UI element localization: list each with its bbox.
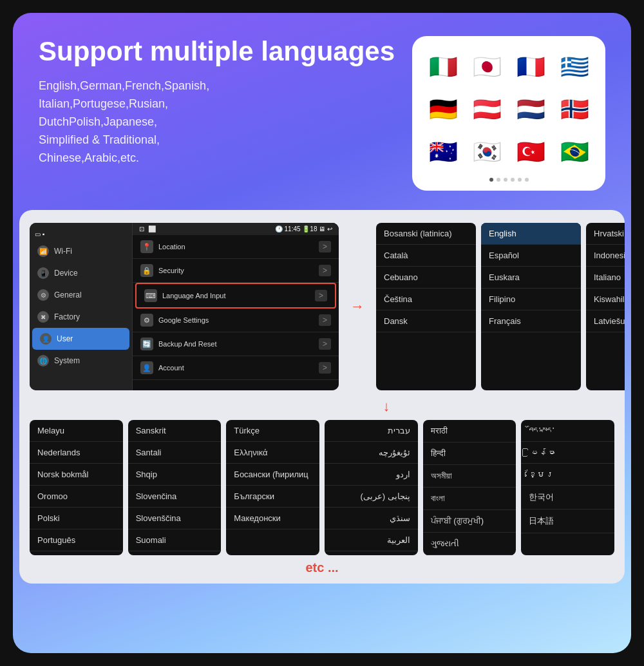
lang-myanmar[interactable]: မြန်မာ	[521, 442, 614, 464]
sidebar-factory-label: Factory	[54, 312, 80, 321]
lang-italiano[interactable]: Italiano	[586, 267, 625, 289]
lang-hindi[interactable]: हिन्दी	[423, 442, 516, 465]
lang-arabic[interactable]: العربية	[325, 529, 418, 551]
lang-nederlands[interactable]: Nederlands	[30, 442, 123, 464]
settings-main: ⊡ ⬜ 🕐 11:45 🔋18 🖥 ↩ 📍 Location > 🔒	[133, 223, 339, 390]
lang-espanol[interactable]: Español	[481, 245, 581, 267]
sidebar-item-device[interactable]: 📱 Device	[30, 262, 132, 284]
user-icon: 👤	[40, 333, 52, 345]
lang-norsk[interactable]: Norsk bokmål	[30, 464, 123, 486]
lang-urdu[interactable]: اردو	[325, 464, 418, 486]
settings-status-bar: ⊡ ⬜ 🕐 11:45 🔋18 🖥 ↩	[133, 223, 339, 235]
sidebar-item-wifi[interactable]: 📶 Wi-Fi	[30, 240, 132, 262]
google-label: ⚙ Google Settings	[140, 314, 209, 327]
google-icon: ⚙	[140, 314, 153, 327]
lang-suomali[interactable]: Suomali	[128, 529, 222, 551]
lang-khmer[interactable]: ខ្មែរ	[521, 464, 614, 486]
sidebar-device-label: Device	[54, 269, 78, 278]
lang-indonesia[interactable]: Indonesia	[586, 245, 625, 267]
lang-bosanski[interactable]: Bosanski (latinica)	[376, 223, 476, 245]
settings-item-security[interactable]: 🔒 Security >	[133, 259, 339, 283]
lang-santali[interactable]: Santali	[128, 442, 222, 464]
pagination-dots	[489, 178, 529, 182]
sidebar-item-system[interactable]: 🌐 System	[30, 350, 132, 372]
settings-item-account[interactable]: 👤 Account >	[133, 356, 339, 380]
factory-icon: ✖	[37, 311, 49, 323]
device-icon: 📱	[37, 267, 49, 279]
lang-slovencina2[interactable]: Slovenščina	[128, 508, 222, 529]
lang-col-bosanski: Bosanski (latinica) Català Cebuano Češti…	[376, 223, 476, 390]
lang-marathi[interactable]: मराठी	[423, 420, 516, 442]
lang-col-hebrew: עברית ئۇيغۇرچە اردو پنجابی (عربی) سنڌي ا…	[325, 420, 418, 555]
location-chevron: >	[319, 241, 331, 252]
gear-icon: ⚙	[37, 289, 49, 301]
lang-slovencina[interactable]: Slovenčina	[128, 486, 222, 508]
sidebar-item-user[interactable]: 👤 User	[32, 328, 129, 350]
lang-filipino[interactable]: Filipino	[481, 289, 581, 310]
lang-polski[interactable]: Polski	[30, 508, 123, 529]
dot-4	[511, 178, 515, 182]
lang-bosanski-cyr[interactable]: Босански (ћирилиц	[226, 464, 319, 486]
backup-text: Backup And Reset	[158, 340, 217, 348]
settings-item-location[interactable]: 📍 Location >	[133, 235, 339, 259]
lang-latviesu[interactable]: Latviešu	[586, 310, 625, 332]
sidebar-wifi-label: Wi-Fi	[54, 247, 72, 256]
bottom-section: ▭ ▪ 📶 Wi-Fi 📱 Device ⚙ General	[19, 210, 625, 584]
settings-row: ▭ ▪ 📶 Wi-Fi 📱 Device ⚙ General	[30, 223, 614, 390]
account-icon: 👤	[140, 361, 153, 374]
settings-item-language[interactable]: ⌨ Language And Input >	[135, 283, 336, 309]
lang-tibetan[interactable]: བོད་སྐད་	[521, 420, 614, 442]
dot-1	[489, 178, 493, 182]
lang-dansk[interactable]: Dansk	[376, 310, 476, 332]
settings-item-google[interactable]: ⚙ Google Settings >	[133, 309, 339, 332]
location-icon: 📍	[140, 240, 153, 253]
lang-assamese[interactable]: অসমীয়া	[423, 465, 516, 488]
lang-cestina[interactable]: Čeština	[376, 289, 476, 310]
lang-korean[interactable]: 한국어	[521, 486, 614, 509]
settings-item-backup[interactable]: 🔄 Backup And Reset >	[133, 332, 339, 356]
lang-sindhi[interactable]: سنڌي	[325, 508, 418, 529]
lang-oromoo[interactable]: Oromoo	[30, 486, 123, 508]
lang-punjabi-gur[interactable]: ਪੰਜਾਬੀ (ਗੁਰਮੁਖੀ)	[423, 510, 516, 533]
lang-francais[interactable]: Français	[481, 310, 581, 332]
flags-card: 🇮🇹 🇯🇵 🇫🇷 🇬🇷 🇩🇪 🇦🇹 🇳🇱 🇳🇴 🇦🇺 🇰🇷 🇹🇷 🇧🇷	[412, 36, 605, 191]
lang-kiswahili[interactable]: Kiswahili	[586, 289, 625, 310]
lang-sanskrit[interactable]: Sanskrit	[128, 420, 222, 442]
lang-euskara[interactable]: Euskara	[481, 267, 581, 289]
flag-italy: 🇮🇹	[424, 48, 462, 86]
lang-portugues[interactable]: Português	[30, 529, 123, 551]
lang-melayu[interactable]: Melayu	[30, 420, 123, 442]
lang-row-2: Melayu Nederlands Norsk bokmål Oromoo Po…	[30, 420, 614, 555]
account-chevron: >	[319, 362, 331, 374]
flag-greece: 🇬🇷	[555, 48, 594, 86]
subtitle-text: English,German,French,Spanish,Italian,Po…	[39, 77, 399, 167]
flags-row-2: 🇩🇪 🇦🇹 🇳🇱 🇳🇴	[424, 90, 594, 129]
sidebar-status-bar: ▭ ▪	[30, 228, 132, 240]
lang-catala[interactable]: Català	[376, 245, 476, 267]
dot-3	[504, 178, 507, 182]
lang-col-hrvatski: Hrvatski Indonesia Italiano Kiswahili La…	[586, 223, 625, 390]
flag-germany: 🇩🇪	[424, 90, 462, 129]
lang-bulgarski[interactable]: Български	[226, 486, 319, 508]
lang-turkce[interactable]: Türkçe	[226, 420, 319, 442]
lang-greek[interactable]: Ελληνικά	[226, 442, 319, 464]
lang-english[interactable]: English	[481, 223, 581, 245]
lang-makedonski[interactable]: Македонски	[226, 508, 319, 529]
flag-australia: 🇦🇺	[424, 133, 462, 171]
lang-hebrew[interactable]: עברית	[325, 420, 418, 442]
lang-gujarati[interactable]: ગુજરાતી	[423, 533, 516, 555]
lang-col-turkce: Türkçe Ελληνικά Босански (ћирилиц Българ…	[226, 420, 319, 555]
lang-shqip[interactable]: Shqip	[128, 464, 222, 486]
lang-cebuano[interactable]: Cebuano	[376, 267, 476, 289]
lang-bengali[interactable]: বাংলা	[423, 488, 516, 510]
dot-6	[525, 178, 529, 182]
sidebar-item-factory[interactable]: ✖ Factory	[30, 306, 132, 328]
wifi-icon: 📶	[37, 245, 49, 257]
lang-hrvatski[interactable]: Hrvatski	[586, 223, 625, 245]
lang-japanese[interactable]: 日本語	[521, 509, 614, 533]
sidebar-item-general[interactable]: ⚙ General	[30, 284, 132, 306]
lang-columns-top: Bosanski (latinica) Català Cebuano Češti…	[376, 223, 625, 390]
lang-punjabi-ar[interactable]: پنجابی (عربی)	[325, 486, 418, 508]
lang-uyghur[interactable]: ئۇيغۇرچە	[325, 442, 418, 464]
security-chevron: >	[319, 265, 331, 276]
